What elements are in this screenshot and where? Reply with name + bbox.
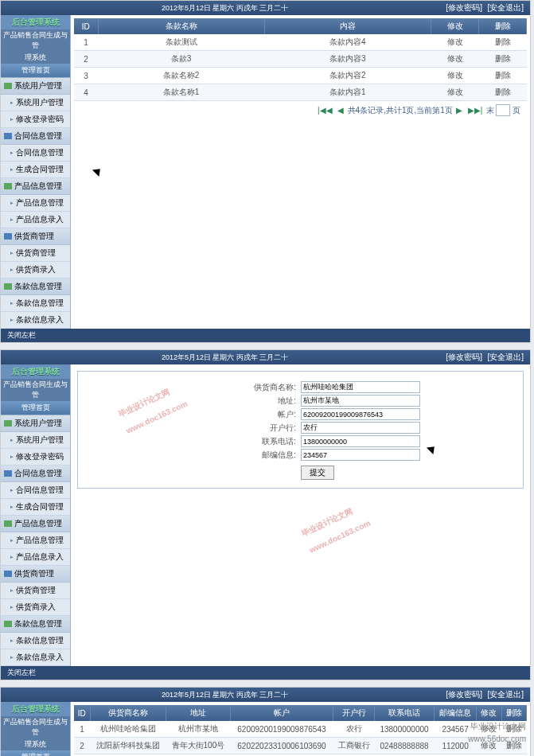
- change-pwd-link[interactable]: [修改密码]: [446, 353, 482, 361]
- cell: 条款名称2: [98, 68, 264, 84]
- th-del: 删除: [479, 18, 527, 34]
- nav-item-contract-mgmt[interactable]: 合同信息管理: [1, 145, 70, 162]
- nav-group-contract[interactable]: 合同信息管理: [1, 128, 70, 145]
- cell: 2: [74, 51, 98, 68]
- input-phone[interactable]: [301, 435, 420, 447]
- nav-group-user[interactable]: 系统用户管理: [1, 415, 70, 432]
- pager: |◀◀ ◀ 共4条记录,共计1页,当前第1页 ▶ ▶▶| 末 页: [74, 101, 527, 119]
- th: ID: [74, 705, 90, 721]
- nav-item-supplier-mgmt[interactable]: 供货商管理: [1, 583, 70, 599]
- nav-group-clause[interactable]: 条款信息管理: [1, 616, 70, 633]
- footer-watermark-url: www.56doc.com: [468, 735, 526, 743]
- nav-group-clause[interactable]: 条款信息管理: [1, 279, 70, 295]
- subtitle-2: 理系统: [1, 738, 70, 750]
- cell: 2: [74, 738, 90, 754]
- subtitle-1: 产品销售合同生成与管: [1, 716, 70, 738]
- nav-group-supplier[interactable]: 供货商管理: [1, 566, 70, 583]
- cell-action[interactable]: 修改: [431, 84, 479, 101]
- th-name: 条款名称: [98, 18, 264, 34]
- cell-action[interactable]: 删除: [479, 68, 527, 84]
- folder-icon: [4, 420, 12, 427]
- nav-group-user[interactable]: 系统用户管理: [1, 78, 70, 95]
- nav-item-supplier-entry[interactable]: 供货商录入: [1, 262, 70, 279]
- nav-item-supplier-entry[interactable]: 供货商录入: [1, 599, 70, 616]
- th: 帐户: [230, 705, 333, 721]
- pager-first-icon[interactable]: |◀◀: [318, 106, 333, 115]
- nav-item-contract-mgmt[interactable]: 合同信息管理: [1, 482, 70, 499]
- nav-item-clause-mgmt[interactable]: 条款信息管理: [1, 633, 70, 649]
- supplier-table: ID供货商名称地址帐户开户行联系电话邮编信息修改删除 1杭州哇哈哈集团杭州市某地…: [74, 705, 527, 754]
- folder-icon: [4, 571, 12, 577]
- subtitle-2: 理系统: [1, 52, 70, 64]
- close-sidebar-button[interactable]: 关闭左栏: [1, 329, 530, 342]
- cell: 条款内容4: [264, 34, 431, 51]
- nav-item-clause-entry[interactable]: 条款信息录入: [1, 312, 70, 329]
- nav-item-gen-contract[interactable]: 生成合同管理: [1, 499, 70, 516]
- folder-icon: [4, 83, 12, 89]
- input-bank[interactable]: [301, 422, 420, 434]
- cell: 沈阳新华科技集团: [90, 738, 166, 754]
- cell: 62009200199009876543: [230, 721, 333, 738]
- nav-item-clause-entry[interactable]: 条款信息录入: [1, 649, 70, 666]
- input-address[interactable]: [301, 395, 420, 407]
- nav-item-gen-contract[interactable]: 生成合同管理: [1, 162, 70, 178]
- cell: 条款内容3: [264, 51, 431, 68]
- pager-page-input[interactable]: [496, 104, 510, 116]
- content-area: 供货商名称: 地址: 帐户: 开户行: 联系电话: 邮编信息: 提交 毕业设计论…: [71, 364, 530, 666]
- clause-table: ID 条款名称 内容 修改 删除 1条款测试条款内容4修改删除2条款3条款内容3…: [74, 18, 527, 101]
- pager-last-icon[interactable]: ▶▶|: [468, 106, 483, 115]
- home-link[interactable]: 管理首页: [1, 64, 70, 78]
- input-zip[interactable]: [301, 449, 420, 461]
- input-account[interactable]: [301, 408, 420, 420]
- nav-item-user-mgmt[interactable]: 系统用户管理: [1, 95, 70, 111]
- change-pwd-link[interactable]: [修改密码]: [446, 690, 482, 699]
- sidebar: 后台管理系统 产品销售合同生成与管 理系统 管理首页 系统用户管理 系统用户管理…: [1, 15, 71, 329]
- table-row: 4条款名称1条款内容1修改删除: [74, 84, 527, 101]
- nav-item-change-pwd[interactable]: 修改登录密码: [1, 449, 70, 466]
- nav-group-product[interactable]: 产品信息管理: [1, 516, 70, 532]
- cell: 条款内容1: [264, 84, 431, 101]
- cell: 杭州哇哈哈集团: [90, 721, 166, 738]
- cell-action[interactable]: 删除: [479, 84, 527, 101]
- nav-item-product-entry[interactable]: 产品信息录入: [1, 549, 70, 566]
- folder-icon: [4, 183, 12, 189]
- submit-button[interactable]: 提交: [301, 466, 334, 480]
- cell-action[interactable]: 删除: [479, 51, 527, 68]
- nav-item-product-mgmt[interactable]: 产品信息管理: [1, 532, 70, 549]
- nav-group-supplier[interactable]: 供货商管理: [1, 228, 70, 245]
- th-id: ID: [74, 18, 98, 34]
- cell-action[interactable]: 修改: [431, 68, 479, 84]
- nav-item-clause-mgmt[interactable]: 条款信息管理: [1, 295, 70, 312]
- nav-item-supplier-mgmt[interactable]: 供货商管理: [1, 245, 70, 262]
- cell-action[interactable]: 删除: [479, 34, 527, 51]
- nav-item-user-mgmt[interactable]: 系统用户管理: [1, 432, 70, 449]
- label-zip: 邮编信息:: [78, 450, 301, 461]
- screenshot-1: 2012年5月12日 星期六 丙戌年 三月二十 [修改密码] [安全退出] 后台…: [0, 0, 531, 343]
- nav-item-change-pwd[interactable]: 修改登录密码: [1, 111, 70, 128]
- top-bar: 2012年5月12日 星期六 丙戌年 三月二十 [修改密码] [安全退出]: [1, 350, 530, 364]
- label-address: 地址:: [78, 396, 301, 407]
- logout-link[interactable]: [安全退出]: [487, 3, 524, 12]
- th: 邮编信息: [435, 705, 477, 721]
- home-link[interactable]: 管理首页: [1, 401, 70, 415]
- label-account: 帐户:: [78, 409, 301, 420]
- logout-link[interactable]: [安全退出]: [487, 353, 524, 361]
- home-link[interactable]: 管理首页: [1, 750, 70, 756]
- cell: 13800000000: [375, 721, 435, 738]
- close-sidebar-button[interactable]: 关闭左栏: [1, 666, 530, 680]
- cell-action[interactable]: 修改: [431, 51, 479, 68]
- nav-item-product-mgmt[interactable]: 产品信息管理: [1, 195, 70, 212]
- change-pwd-link[interactable]: [修改密码]: [446, 3, 482, 12]
- nav-group-contract[interactable]: 合同信息管理: [1, 466, 70, 482]
- logout-link[interactable]: [安全退出]: [487, 690, 524, 699]
- sidebar: 后台管理系统 产品销售合同生成与管 理系统 管理首页 系统用户管理 系统用户管理…: [1, 702, 71, 756]
- pager-prev-icon[interactable]: ◀: [337, 106, 344, 115]
- pager-next-icon[interactable]: ▶: [456, 106, 462, 115]
- folder-icon: [4, 133, 12, 139]
- cell-action[interactable]: 修改: [431, 34, 479, 51]
- nav-item-product-entry[interactable]: 产品信息录入: [1, 212, 70, 228]
- nav-group-product[interactable]: 产品信息管理: [1, 178, 70, 195]
- input-supplier-name[interactable]: [301, 381, 420, 393]
- cell: 农行: [333, 721, 375, 738]
- date-text: 2012年5月12日 星期六 丙戌年 三月二十: [162, 3, 289, 14]
